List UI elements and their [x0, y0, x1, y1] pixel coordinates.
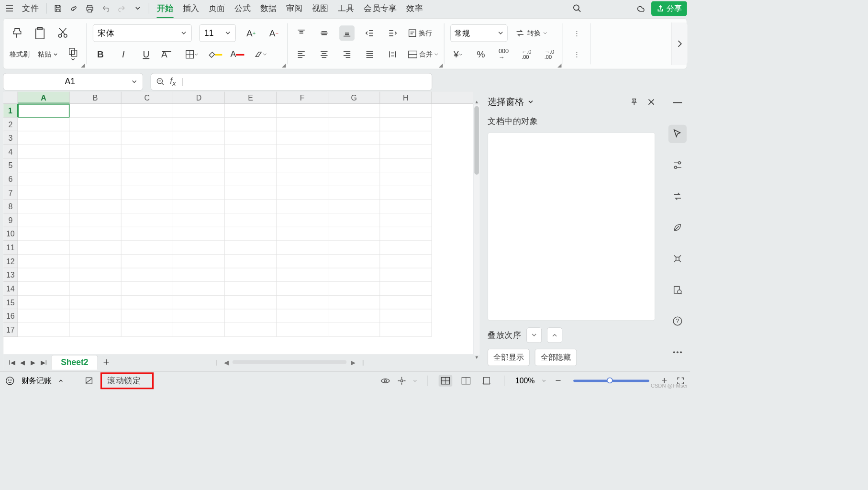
cell[interactable]: [328, 145, 380, 159]
decrease-decimal-button[interactable]: →.0.00: [542, 47, 557, 62]
cell[interactable]: [225, 145, 277, 159]
distribute-icon[interactable]: [385, 47, 401, 62]
cell[interactable]: [380, 200, 432, 213]
number-format-select[interactable]: 常规: [450, 24, 507, 42]
cell[interactable]: [173, 172, 225, 186]
chevron-down-icon[interactable]: [131, 2, 144, 15]
comma-button[interactable]: 000→: [496, 47, 512, 62]
hscroll-track[interactable]: [233, 360, 347, 364]
cell[interactable]: [122, 213, 173, 227]
col-header[interactable]: G: [328, 92, 380, 104]
col-header[interactable]: A: [18, 92, 69, 104]
cell[interactable]: [18, 241, 69, 255]
tab-review[interactable]: 审阅: [283, 1, 306, 15]
cell[interactable]: [277, 186, 328, 200]
cell[interactable]: [225, 323, 277, 337]
cell[interactable]: [380, 186, 432, 200]
cut-icon[interactable]: [55, 27, 70, 39]
cell[interactable]: [69, 227, 121, 241]
print-icon[interactable]: [83, 2, 96, 15]
cell[interactable]: [328, 241, 380, 255]
cell[interactable]: [173, 131, 225, 145]
cell[interactable]: [18, 172, 69, 186]
zoom-value[interactable]: 100%: [515, 376, 535, 385]
add-sheet-button[interactable]: +: [103, 356, 110, 368]
cell[interactable]: [69, 309, 121, 323]
underline-button[interactable]: U: [138, 47, 154, 62]
group-launcher-icon[interactable]: ◢: [557, 62, 562, 68]
cell[interactable]: [173, 309, 225, 323]
cell[interactable]: [380, 145, 432, 159]
sheet-tab[interactable]: Sheet2: [51, 355, 98, 369]
bold-button[interactable]: B: [93, 47, 108, 62]
chevron-down-icon[interactable]: [528, 99, 533, 104]
cell[interactable]: [380, 131, 432, 145]
pin-icon[interactable]: [630, 98, 638, 106]
search-icon[interactable]: [571, 2, 584, 15]
tab-data[interactable]: 数据: [257, 1, 280, 15]
vertical-scrollbar[interactable]: ▲ ▼: [474, 105, 480, 355]
cell[interactable]: [380, 241, 432, 255]
cell[interactable]: [173, 200, 225, 213]
align-middle-icon[interactable]: [316, 25, 332, 41]
cell[interactable]: [173, 268, 225, 282]
row-header[interactable]: 16: [3, 309, 18, 323]
cell[interactable]: [18, 296, 69, 310]
cell[interactable]: [380, 227, 432, 241]
zoom-knob[interactable]: [607, 377, 613, 383]
format-painter-label[interactable]: 格式刷: [10, 50, 30, 59]
cell[interactable]: [277, 172, 328, 186]
ribbon-expand-button[interactable]: [671, 22, 687, 65]
page-break-view-icon[interactable]: [480, 375, 494, 386]
fill-color-button[interactable]: [207, 47, 222, 62]
cell[interactable]: [122, 186, 173, 200]
cell[interactable]: [18, 323, 69, 337]
cell[interactable]: [18, 145, 69, 159]
object-list[interactable]: [488, 133, 655, 321]
sheet-nav-prev-icon[interactable]: ◀: [17, 357, 28, 368]
link-icon[interactable]: [67, 2, 80, 15]
eye-icon[interactable]: [380, 377, 390, 384]
align-left-icon[interactable]: [294, 47, 309, 62]
tab-home[interactable]: 开始: [154, 1, 177, 15]
cell[interactable]: [122, 104, 173, 118]
cell[interactable]: [225, 104, 277, 118]
cell[interactable]: [122, 241, 173, 255]
help-icon[interactable]: ?: [668, 312, 687, 330]
convert-button[interactable]: 转换: [515, 25, 547, 41]
tab-tools[interactable]: 工具: [335, 1, 358, 15]
zoom-out-icon[interactable]: [156, 78, 165, 86]
font-color-button[interactable]: A: [230, 47, 245, 62]
cell[interactable]: [380, 172, 432, 186]
row-header[interactable]: 10: [3, 227, 18, 241]
cell[interactable]: [277, 241, 328, 255]
horizontal-scrollbar[interactable]: |◀ ▶|: [121, 358, 458, 366]
cell[interactable]: [173, 118, 225, 132]
chevron-up-icon[interactable]: [58, 379, 63, 383]
cell[interactable]: [69, 241, 121, 255]
cell[interactable]: [69, 200, 121, 213]
row-header[interactable]: 14: [3, 282, 18, 296]
tab-page[interactable]: 页面: [205, 1, 228, 15]
cell[interactable]: [328, 131, 380, 145]
tab-member[interactable]: 会员专享: [361, 1, 401, 15]
cell[interactable]: [173, 159, 225, 173]
select-tool-icon[interactable]: [668, 125, 687, 143]
sheet-nav-next-icon[interactable]: ▶: [28, 357, 38, 368]
cell[interactable]: [225, 241, 277, 255]
scroll-down-icon[interactable]: ▼: [474, 355, 480, 360]
cell[interactable]: [18, 227, 69, 241]
col-header[interactable]: H: [380, 92, 432, 104]
cell[interactable]: [328, 172, 380, 186]
status-left-label[interactable]: 财务记账: [22, 376, 52, 386]
cell[interactable]: [122, 118, 173, 132]
normal-view-icon[interactable]: [439, 375, 453, 386]
cell[interactable]: [328, 227, 380, 241]
formula-bar[interactable]: fx |: [151, 73, 432, 91]
row-header[interactable]: 11: [3, 241, 18, 255]
wrap-text-button[interactable]: 换行: [408, 25, 432, 41]
percent-button[interactable]: %: [473, 47, 489, 62]
cell[interactable]: [69, 268, 121, 282]
cell[interactable]: [69, 118, 121, 132]
cell[interactable]: [277, 323, 328, 337]
